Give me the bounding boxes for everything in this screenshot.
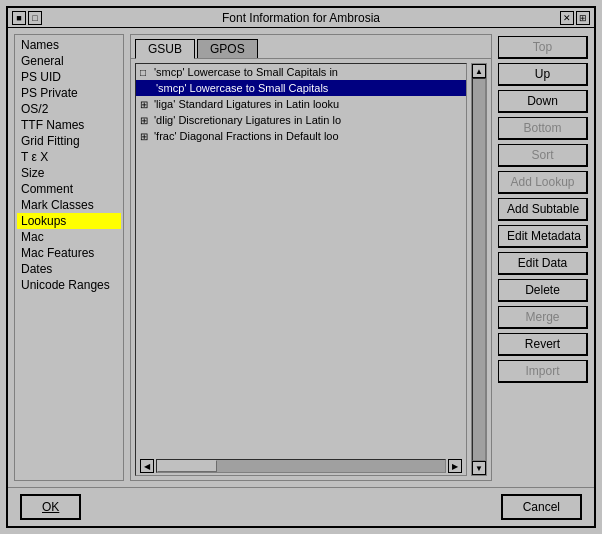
sidebar: Names General PS UID PS Private OS/2 TTF…	[14, 34, 124, 481]
sidebar-item-general[interactable]: General	[17, 53, 121, 69]
list-scroll-inner: □ 'smcp' Lowercase to Small Capitals in …	[136, 64, 466, 457]
sidebar-item-comment[interactable]: Comment	[17, 181, 121, 197]
delete-button[interactable]: Delete	[498, 279, 588, 302]
edit-data-button[interactable]: Edit Data	[498, 252, 588, 275]
tab-gpos[interactable]: GPOS	[197, 39, 258, 58]
top-button[interactable]: Top	[498, 36, 588, 59]
bottom-button[interactable]: Bottom	[498, 117, 588, 140]
expand-icon-2: ⊞	[140, 99, 152, 110]
title-bar: ■ □ Font Information for Ambrosia ✕ ⊞	[8, 8, 594, 28]
import-button[interactable]: Import	[498, 360, 588, 383]
scroll-up-btn[interactable]: ▲	[472, 64, 486, 78]
sidebar-item-gridfitting[interactable]: Grid Fitting	[17, 133, 121, 149]
scroll-right-btn[interactable]: ▶	[448, 459, 462, 473]
list-area: □ 'smcp' Lowercase to Small Capitals in …	[131, 59, 491, 480]
right-buttons: Top Up Down Bottom Sort Add Lookup Add S…	[498, 34, 588, 481]
list-item[interactable]: □ 'smcp' Lowercase to Small Capitals in	[136, 64, 466, 80]
sidebar-item-psprivate[interactable]: PS Private	[17, 85, 121, 101]
sort-button[interactable]: Sort	[498, 144, 588, 167]
sidebar-item-ttfnames[interactable]: TTF Names	[17, 117, 121, 133]
sidebar-item-macfeatures[interactable]: Mac Features	[17, 245, 121, 261]
tabs: GSUB GPOS	[131, 35, 491, 59]
window-title: Font Information for Ambrosia	[46, 11, 556, 25]
list-item-selected[interactable]: 'smcp' Lowercase to Small Capitals	[136, 80, 466, 96]
list-item-text-3: 'dlig' Discretionary Ligatures in Latin …	[154, 114, 341, 126]
scroll-thumb-h	[157, 460, 217, 472]
merge-button[interactable]: Merge	[498, 306, 588, 329]
list-item-text-0: 'smcp' Lowercase to Small Capitals in	[154, 66, 338, 78]
window-icon-btn[interactable]: ■	[12, 11, 26, 25]
sidebar-item-os2[interactable]: OS/2	[17, 101, 121, 117]
sidebar-item-unicoderanges[interactable]: Unicode Ranges	[17, 277, 121, 293]
list-item[interactable]: ⊞ 'dlig' Discretionary Ligatures in Lati…	[136, 112, 466, 128]
list-item-text-4: 'frac' Diagonal Fractions in Default loo	[154, 130, 339, 142]
content-panel: GSUB GPOS □ 'smcp' Lowercase to Small Ca…	[130, 34, 492, 481]
tab-gsub[interactable]: GSUB	[135, 39, 195, 59]
sidebar-item-markclasses[interactable]: Mark Classes	[17, 197, 121, 213]
sidebar-item-size[interactable]: Size	[17, 165, 121, 181]
window-shade-btn[interactable]: □	[28, 11, 42, 25]
expand-icon-3: ⊞	[140, 115, 152, 126]
expand-icon-4: ⊞	[140, 131, 152, 142]
down-button[interactable]: Down	[498, 90, 588, 113]
up-button[interactable]: Up	[498, 63, 588, 86]
resize-btn[interactable]: ⊞	[576, 11, 590, 25]
title-bar-controls: ■ □	[12, 11, 42, 25]
sidebar-item-lookups[interactable]: Lookups	[17, 213, 121, 229]
list-scroll-container: □ 'smcp' Lowercase to Small Capitals in …	[135, 63, 467, 476]
add-lookup-button[interactable]: Add Lookup	[498, 171, 588, 194]
footer: OK Cancel	[8, 487, 594, 526]
window-body: Names General PS UID PS Private OS/2 TTF…	[8, 28, 594, 487]
main-area: GSUB GPOS □ 'smcp' Lowercase to Small Ca…	[130, 34, 492, 481]
scrollbar-h[interactable]	[156, 459, 446, 473]
revert-button[interactable]: Revert	[498, 333, 588, 356]
cancel-button[interactable]: Cancel	[501, 494, 582, 520]
scrollbar-v: ▲ ▼	[471, 63, 487, 476]
edit-metadata-button[interactable]: Edit Metadata	[498, 225, 588, 248]
main-window: ■ □ Font Information for Ambrosia ✕ ⊞ Na…	[6, 6, 596, 528]
list-item[interactable]: ⊞ 'frac' Diagonal Fractions in Default l…	[136, 128, 466, 144]
scroll-down-btn[interactable]: ▼	[472, 461, 486, 475]
expand-icon-0: □	[140, 67, 152, 78]
list-item-text-2: 'liga' Standard Ligatures in Latin looku	[154, 98, 339, 110]
title-right-controls: ✕ ⊞	[560, 11, 590, 25]
sidebar-item-psuid[interactable]: PS UID	[17, 69, 121, 85]
scrollbar-h-container: ◀ ▶	[136, 457, 466, 475]
close-btn[interactable]: ✕	[560, 11, 574, 25]
add-subtable-button[interactable]: Add Subtable	[498, 198, 588, 221]
scroll-track-v[interactable]	[472, 78, 486, 461]
scroll-left-btn[interactable]: ◀	[140, 459, 154, 473]
ok-button[interactable]: OK	[20, 494, 81, 520]
list-item[interactable]: ⊞ 'liga' Standard Ligatures in Latin loo…	[136, 96, 466, 112]
sidebar-item-tex[interactable]: T ε X	[17, 149, 121, 165]
sidebar-item-mac[interactable]: Mac	[17, 229, 121, 245]
sidebar-item-dates[interactable]: Dates	[17, 261, 121, 277]
list-item-text-1: 'smcp' Lowercase to Small Capitals	[156, 82, 328, 94]
sidebar-item-names[interactable]: Names	[17, 37, 121, 53]
